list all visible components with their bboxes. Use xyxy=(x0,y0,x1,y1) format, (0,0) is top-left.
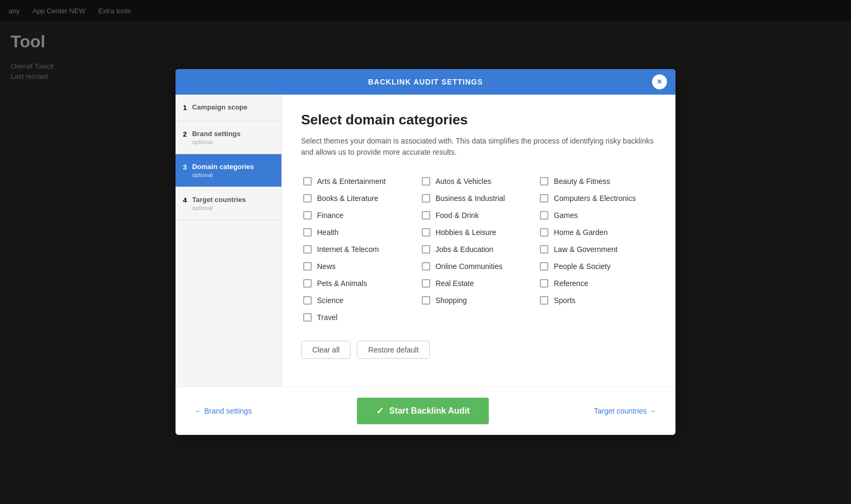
checkbox-food-drink[interactable] xyxy=(422,211,430,220)
category-label: Beauty & Fitness xyxy=(554,177,610,186)
checkbox-real-estate[interactable] xyxy=(422,279,430,288)
checkbox-jobs-education[interactable] xyxy=(422,245,430,254)
checkbox-online-communities[interactable] xyxy=(422,262,430,271)
categories-grid: Arts & Entertainment Books & Literature … xyxy=(301,173,656,326)
category-autos-vehicles[interactable]: Autos & Vehicles xyxy=(420,173,538,190)
category-online-communities[interactable]: Online Communities xyxy=(420,258,538,275)
category-food-drink[interactable]: Food & Drink xyxy=(420,207,538,224)
checkbox-travel[interactable] xyxy=(303,313,312,322)
category-health[interactable]: Health xyxy=(301,224,420,241)
restore-default-button[interactable]: Restore default xyxy=(357,341,430,359)
checkbox-science[interactable] xyxy=(303,296,312,305)
checkbox-health[interactable] xyxy=(303,228,312,237)
category-label: Autos & Vehicles xyxy=(436,177,491,186)
checkbox-people-society[interactable] xyxy=(540,262,548,271)
checkbox-law-government[interactable] xyxy=(540,245,548,254)
modal-footer: ← Brand settings ✓ Start Backlink Audit … xyxy=(176,387,675,435)
category-people-society[interactable]: People & Society xyxy=(538,258,656,275)
modal-overlay: BACKLINK AUDIT SETTINGS × 1 Campaign sco… xyxy=(0,0,851,504)
step-sub-3: optional xyxy=(192,172,254,178)
category-label: Science xyxy=(317,296,344,305)
categories-col2: Autos & Vehicles Business & Industrial F… xyxy=(420,173,538,326)
checkbox-games[interactable] xyxy=(540,211,548,220)
category-label: Finance xyxy=(317,211,344,220)
checkbox-shopping[interactable] xyxy=(422,296,430,305)
category-beauty-fitness[interactable]: Beauty & Fitness xyxy=(538,173,656,190)
category-label: Real Estate xyxy=(436,279,474,288)
step-label-1: Campaign scope xyxy=(192,103,247,112)
category-hobbies-leisure[interactable]: Hobbies & Leisure xyxy=(420,224,538,241)
sidebar-step-domain-categories[interactable]: 3 Domain categories optional xyxy=(176,154,281,187)
category-label: Sports xyxy=(554,296,575,305)
category-label: Home & Garden xyxy=(554,228,607,237)
modal-main-content: Select domain categories Select themes y… xyxy=(282,95,675,387)
category-computers-electronics[interactable]: Computers & Electronics xyxy=(538,190,656,207)
category-label: Law & Government xyxy=(554,245,618,254)
checkbox-internet-telecom[interactable] xyxy=(303,245,312,254)
category-label: Computers & Electronics xyxy=(554,194,636,203)
category-business-industrial[interactable]: Business & Industrial xyxy=(420,190,538,207)
modal-sidebar: 1 Campaign scope 2 Brand settings option… xyxy=(176,95,282,387)
checkbox-hobbies-leisure[interactable] xyxy=(422,228,430,237)
checkbox-home-garden[interactable] xyxy=(540,228,548,237)
checkbox-computers-electronics[interactable] xyxy=(540,194,548,203)
category-sports[interactable]: Sports xyxy=(538,292,656,309)
modal-title: BACKLINK AUDIT SETTINGS xyxy=(368,78,483,86)
category-law-government[interactable]: Law & Government xyxy=(538,241,656,258)
start-audit-button[interactable]: ✓ Start Backlink Audit xyxy=(357,398,489,424)
category-books-literature[interactable]: Books & Literature xyxy=(301,190,420,207)
step-num-4: 4 xyxy=(183,196,187,204)
category-home-garden[interactable]: Home & Garden xyxy=(538,224,656,241)
checkbox-business-industrial[interactable] xyxy=(422,194,430,203)
step-label-3: Domain categories xyxy=(192,163,254,172)
category-label: Food & Drink xyxy=(436,211,479,220)
category-label: Pets & Animals xyxy=(317,279,367,288)
category-label: Jobs & Education xyxy=(436,245,494,254)
category-real-estate[interactable]: Real Estate xyxy=(420,275,538,292)
modal: BACKLINK AUDIT SETTINGS × 1 Campaign sco… xyxy=(176,69,675,435)
category-jobs-education[interactable]: Jobs & Education xyxy=(420,241,538,258)
category-label: Shopping xyxy=(436,296,467,305)
sidebar-step-brand-settings[interactable]: 2 Brand settings optional xyxy=(176,121,281,154)
checkbox-beauty-fitness[interactable] xyxy=(540,177,548,186)
category-label: Books & Literature xyxy=(317,194,378,203)
checkbox-pets-animals[interactable] xyxy=(303,279,312,288)
step-num-3: 3 xyxy=(183,163,187,171)
step-sub-4: optional xyxy=(192,205,246,211)
next-button[interactable]: Target countries → xyxy=(594,407,656,415)
category-science[interactable]: Science xyxy=(301,292,420,309)
category-internet-telecom[interactable]: Internet & Telecom xyxy=(301,241,420,258)
modal-body: 1 Campaign scope 2 Brand settings option… xyxy=(176,95,675,387)
checkbox-finance[interactable] xyxy=(303,211,312,220)
category-pets-animals[interactable]: Pets & Animals xyxy=(301,275,420,292)
sidebar-step-campaign-scope[interactable]: 1 Campaign scope xyxy=(176,95,281,121)
categories-col1: Arts & Entertainment Books & Literature … xyxy=(301,173,420,326)
checkbox-reference[interactable] xyxy=(540,279,548,288)
clear-all-button[interactable]: Clear all xyxy=(301,341,351,359)
category-label: Travel xyxy=(317,313,337,322)
back-button[interactable]: ← Brand settings xyxy=(195,407,252,415)
category-label: Arts & Entertainment xyxy=(317,177,386,186)
checkbox-sports[interactable] xyxy=(540,296,548,305)
start-label: Start Backlink Audit xyxy=(389,406,470,416)
category-travel[interactable]: Travel xyxy=(301,309,420,326)
checkbox-autos-vehicles[interactable] xyxy=(422,177,430,186)
category-news[interactable]: News xyxy=(301,258,420,275)
checkbox-books-literature[interactable] xyxy=(303,194,312,203)
category-reference[interactable]: Reference xyxy=(538,275,656,292)
page-description: Select themes your domain is associated … xyxy=(301,136,656,158)
page-title: Select domain categories xyxy=(301,112,656,128)
category-games[interactable]: Games xyxy=(538,207,656,224)
category-finance[interactable]: Finance xyxy=(301,207,420,224)
action-buttons: Clear all Restore default xyxy=(301,341,656,359)
checkbox-news[interactable] xyxy=(303,262,312,271)
category-shopping[interactable]: Shopping xyxy=(420,292,538,309)
step-label-4: Target countries xyxy=(192,196,246,205)
step-label-2: Brand settings xyxy=(192,130,240,139)
category-arts-entertainment[interactable]: Arts & Entertainment xyxy=(301,173,420,190)
checkbox-arts-entertainment[interactable] xyxy=(303,177,312,186)
category-label: Online Communities xyxy=(436,262,503,271)
sidebar-step-target-countries[interactable]: 4 Target countries optional xyxy=(176,187,281,220)
category-label: Business & Industrial xyxy=(436,194,505,203)
modal-close-button[interactable]: × xyxy=(652,74,667,89)
